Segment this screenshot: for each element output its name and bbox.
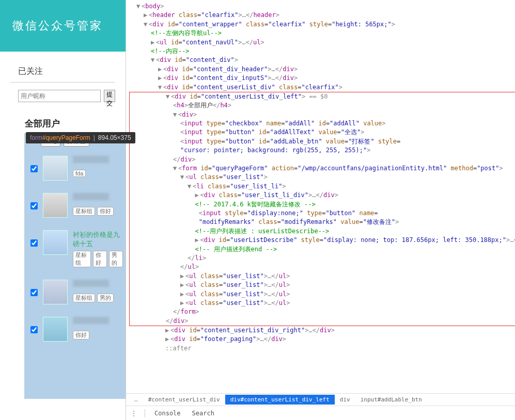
user-item: 衬衫的价格是九磅十五 星标组 你好 男的 [23, 225, 123, 274]
user-item: 你好 [23, 312, 123, 349]
expand-arrow-icon[interactable]: ▶ [151, 38, 156, 47]
expand-arrow-icon[interactable]: ▶ [180, 272, 185, 281]
section-label: 已关注 [0, 52, 126, 82]
tag[interactable]: 你好 [73, 331, 89, 340]
menu-icon[interactable]: ⋮ [130, 409, 137, 417]
breadcrumb: … #content_userList_div div#content_user… [126, 393, 515, 406]
crumb-more[interactable]: … [129, 395, 143, 405]
expand-arrow-icon[interactable]: ▼ [151, 56, 156, 64]
expand-arrow-icon[interactable]: ▶ [180, 281, 185, 289]
app-header: 微信公众号管家 [0, 0, 126, 52]
search-row: 提交 [0, 90, 126, 102]
divider [10, 82, 115, 83]
nickname-input[interactable] [18, 90, 101, 102]
tag[interactable]: fda [73, 170, 86, 177]
user-checkbox[interactable] [30, 239, 38, 247]
crumb[interactable]: div [335, 395, 355, 405]
tag[interactable]: 星标组 [73, 207, 95, 216]
submit-button[interactable]: 提交 [104, 90, 115, 102]
tooltip-type: form [30, 134, 42, 141]
expand-arrow-icon[interactable]: ▼ [188, 182, 193, 191]
user-checkbox[interactable] [30, 326, 38, 333]
expand-arrow-icon[interactable]: ▼ [158, 83, 163, 92]
expand-arrow-icon[interactable]: ▼ [173, 164, 178, 173]
expand-arrow-icon[interactable]: ▼ [173, 110, 178, 119]
app-panel: 微信公众号管家 已关注 提交 全部用户 form#queryPageForm |… [0, 0, 126, 420]
inspect-tooltip: form#queryPageForm | 894.05×375 [26, 132, 135, 143]
avatar [43, 156, 68, 181]
user-meta: fda [73, 156, 123, 177]
crumb-active[interactable]: div#content_userList_div_left [225, 395, 335, 405]
nickname [73, 317, 109, 324]
expand-arrow-icon[interactable]: ▶ [180, 299, 185, 308]
tag[interactable]: 星标组 [73, 251, 91, 267]
user-checkbox[interactable] [30, 289, 38, 296]
tag[interactable]: 星标组 [73, 294, 95, 302]
expand-arrow-icon[interactable]: ▶ [165, 335, 170, 344]
crumb[interactable]: #content_userList_div [143, 395, 225, 405]
bottom-tabs: ⋮ Console Search [126, 406, 515, 420]
expand-arrow-icon[interactable]: ▶ [158, 65, 163, 74]
expand-arrow-icon[interactable]: ▶ [165, 326, 170, 335]
tag[interactable]: 男的 [109, 251, 123, 267]
app-title: 微信公众号管家 [12, 18, 103, 34]
crumb[interactable]: input#addLable_btn [355, 395, 427, 405]
avatar [43, 280, 68, 304]
all-users-heading: 全部用户 [0, 102, 126, 132]
expand-arrow-icon[interactable]: ▶ [180, 290, 185, 299]
user-item: fda [23, 151, 123, 188]
tab-search[interactable]: Search [190, 408, 216, 418]
expand-arrow-icon[interactable]: ▶ [144, 11, 149, 20]
expand-arrow-icon[interactable]: ▶ [158, 74, 163, 83]
dom-tree[interactable]: ▼<body> ▶<header class="clearfix">…</hea… [126, 0, 515, 393]
user-checkbox[interactable] [30, 202, 38, 209]
tooltip-id: #queryPageForm [42, 134, 90, 141]
user-checkbox[interactable] [30, 165, 38, 172]
user-item: 星标组 你好 [23, 188, 123, 225]
expand-arrow-icon[interactable]: ▶ [195, 236, 200, 245]
tag[interactable]: 你好 [93, 251, 107, 267]
nickname [73, 156, 109, 163]
expand-arrow-icon[interactable]: ▼ [136, 2, 142, 11]
nickname [73, 193, 109, 200]
expand-arrow-icon[interactable]: ▼ [180, 173, 185, 182]
tooltip-dims: 894.05×375 [98, 134, 131, 141]
avatar [43, 230, 68, 255]
devtools-panel: ▼<body> ▶<header class="clearfix">…</hea… [126, 0, 515, 420]
expand-arrow-icon[interactable]: ▼ [144, 20, 149, 29]
nickname [73, 280, 109, 287]
tag[interactable]: 你好 [97, 207, 114, 216]
expand-arrow-icon[interactable]: ▼ [166, 92, 171, 101]
expand-arrow-icon[interactable]: ▶ [195, 191, 200, 200]
tag[interactable]: 男的 [97, 294, 114, 302]
avatar [43, 317, 68, 342]
user-list: 全选 打标签 fda 星标组 你好 [0, 132, 126, 349]
avatar [43, 193, 68, 218]
user-item: 星标组 男的 [23, 274, 123, 312]
nickname: 衬衫的价格是九磅十五 [73, 231, 120, 248]
tab-console[interactable]: Console [152, 408, 183, 418]
selected-node-box: ▼<div id="content_userList_div_left"> ==… [129, 92, 515, 326]
